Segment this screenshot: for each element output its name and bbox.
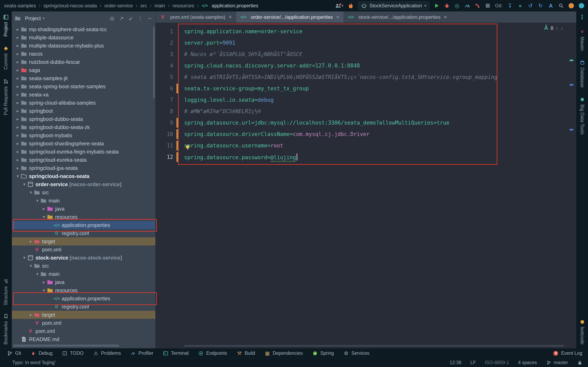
status-item-4-spaces[interactable]: 4 spaces: [518, 360, 537, 365]
tool-strip-item-commit[interactable]: Commit: [3, 46, 9, 69]
users-icon[interactable]: ▾: [335, 3, 343, 8]
tool-strip-item-maven[interactable]: VMaven: [579, 29, 585, 51]
chevron-down-icon[interactable]: ▾: [28, 263, 34, 268]
scrollbar-mark[interactable]: [570, 59, 573, 61]
code-area[interactable]: 1spring.application.name=order-service2s…: [156, 23, 576, 163]
tree-row[interactable]: ▸saga: [12, 66, 155, 74]
tool-window-button-todo[interactable]: ✓TODO: [62, 350, 84, 356]
chevron-right-icon[interactable]: ▸: [15, 76, 21, 81]
tree-row[interactable]: ▸springcloud-eureka-seata: [12, 156, 155, 164]
close-icon[interactable]: ×: [336, 14, 339, 20]
breadcrumb-item[interactable]: resources: [173, 3, 194, 8]
tree-row[interactable]: ▾src: [12, 188, 155, 197]
tool-window-button-spring[interactable]: Spring: [312, 350, 334, 356]
search-everywhere-icon[interactable]: [558, 3, 564, 8]
chevron-right-icon[interactable]: ▸: [41, 206, 47, 211]
tree-row[interactable]: ▸nacos: [12, 50, 155, 58]
tree-row[interactable]: ▾main: [12, 197, 155, 205]
tool-strip-item-structure[interactable]: Structure: [3, 278, 9, 305]
tool-strip-item-bookmarks[interactable]: Bookmarks: [3, 313, 9, 345]
hide-icon[interactable]: ─: [147, 16, 153, 21]
chevron-right-icon[interactable]: ▸: [15, 117, 21, 122]
status-item-master[interactable]: master: [546, 360, 568, 366]
code-line[interactable]: 9spring.datasource.url=jdbc:mysql://loca…: [156, 117, 576, 128]
tree-row[interactable]: ⚙registry.conf: [12, 229, 155, 237]
status-item-lf[interactable]: LF: [470, 360, 476, 365]
chevron-right-icon[interactable]: ▸: [15, 100, 21, 105]
stop-icon[interactable]: [485, 3, 491, 8]
tool-window-button-dependencies[interactable]: ▦Dependencies: [265, 350, 303, 356]
tree-row[interactable]: Vpom.xml: [12, 245, 155, 254]
tree-row[interactable]: </>application.properties: [12, 294, 155, 303]
tree-row[interactable]: ▾resources: [12, 286, 155, 294]
tree-row[interactable]: ▸target: [12, 311, 155, 319]
tree-row[interactable]: Vpom.xml: [12, 319, 155, 327]
vertical-scrollbar[interactable]: [153, 27, 155, 98]
code-line[interactable]: 12spring.datasource.password=@liujing: [156, 151, 576, 163]
chevron-right-icon[interactable]: ▸: [15, 59, 21, 64]
tree-row[interactable]: ▾springcloud-nacos-seata: [12, 172, 155, 180]
editor-tab[interactable]: </>order-service/.../application.propert…: [236, 11, 344, 23]
editor-tab[interactable]: Vpom.xml (seata-samples)×: [156, 11, 236, 23]
chevron-right-icon[interactable]: ▸: [15, 149, 21, 154]
breadcrumb-item[interactable]: main: [154, 3, 165, 8]
scrollbar-mark[interactable]: [570, 129, 573, 131]
tree-row[interactable]: ▾src: [12, 262, 155, 270]
intention-bulb-icon[interactable]: [185, 144, 191, 151]
tool-strip-item-leetcode[interactable]: leetcode: [579, 319, 585, 345]
status-item-lock-icon[interactable]: [577, 360, 583, 366]
chevron-right-icon[interactable]: ▸: [15, 157, 21, 162]
tool-window-button-git[interactable]: Git: [7, 350, 21, 356]
tool-window-button-services[interactable]: ⚙Services: [343, 350, 369, 356]
code-line[interactable]: 4spring.cloud.nacos.discovery.server-add…: [156, 60, 576, 71]
tree-row[interactable]: ▸springboot-dubbo-seata: [12, 115, 155, 123]
code-line[interactable]: 5# seata æSTRIåVTS¡åHTSSA»INDï¼PLUè¡HOPå…: [156, 71, 576, 83]
code-line[interactable]: 11spring.datasource.username=root: [156, 140, 576, 151]
tree-row[interactable]: </>application.properties: [12, 221, 155, 229]
tree-row[interactable]: ▾resources: [12, 213, 155, 221]
code-line[interactable]: 10spring.datasource.driverClassName=com.…: [156, 128, 576, 140]
update-project-icon[interactable]: ↧: [507, 3, 513, 8]
tree-row[interactable]: ▾main: [12, 270, 155, 278]
chevron-down-icon[interactable]: ▾: [34, 272, 40, 276]
coverage-icon[interactable]: ◎: [454, 3, 460, 8]
chevron-right-icon[interactable]: ▸: [15, 27, 21, 32]
tool-window-button-debug[interactable]: Debug: [30, 350, 52, 356]
run-configuration-selector[interactable]: StockServiceApplication▾: [358, 1, 429, 10]
tool-strip-item-database[interactable]: Database: [579, 60, 585, 87]
tool-strip-item-project[interactable]: Project: [3, 14, 9, 37]
tree-row[interactable]: ▸springboot-dubbo-seata-zk: [12, 123, 155, 131]
debug-bug-icon[interactable]: [444, 3, 450, 8]
tool-window-button-terminal[interactable]: Terminal: [163, 350, 189, 356]
tree-row[interactable]: ▸seata-samples-jit: [12, 74, 155, 82]
tree-row[interactable]: ▸multiple-datasource: [12, 33, 155, 42]
chevron-right-icon[interactable]: ▸: [15, 51, 21, 56]
hangup-phone-icon[interactable]: [475, 3, 480, 8]
tool-window-button-profiler[interactable]: Profiler: [130, 350, 153, 356]
expand-icon[interactable]: ↗: [119, 16, 124, 21]
tree-row[interactable]: ▸java: [12, 278, 155, 286]
tree-row[interactable]: ▸springboot: [12, 107, 155, 115]
breadcrumb-item[interactable]: seata-samples: [4, 3, 36, 8]
tree-row[interactable]: ▸springboot-mybatis: [12, 131, 155, 140]
chevron-right-icon[interactable]: ▸: [28, 239, 34, 244]
translate-icon[interactable]: A: [548, 3, 554, 8]
chevron-down-icon[interactable]: ▾: [21, 182, 27, 187]
breadcrumb-item[interactable]: springcloud-nacos-seata: [43, 3, 97, 8]
push-icon[interactable]: »: [517, 3, 523, 8]
undo-icon[interactable]: ↺: [527, 3, 533, 8]
status-item-iso-8859-1[interactable]: ISO-8859-1: [485, 360, 509, 365]
chevron-right-icon[interactable]: ▸: [15, 92, 21, 97]
chevron-right-icon[interactable]: ▸: [15, 43, 21, 48]
code-line[interactable]: 7logging.level.io.seata=debug: [156, 94, 576, 106]
tool-strip-item-big-data-tools[interactable]: Big Data Tools: [579, 97, 585, 134]
scrollbar-mark[interactable]: [570, 84, 573, 86]
code-line[interactable]: 2server.port=9091: [156, 37, 576, 49]
code-line[interactable]: 3# Nacos æ³¨åSSAPLUä¸SHYå¿NBHåST°åOSC€: [156, 49, 576, 60]
tool-window-button-build[interactable]: ⚒Build: [236, 350, 255, 356]
editor[interactable]: 1spring.application.name=order-service2s…: [156, 23, 576, 348]
chevron-right-icon[interactable]: ▸: [15, 35, 21, 40]
tree-row[interactable]: ▾order-service [nacos-order-service]: [12, 180, 155, 188]
tree-row[interactable]: ▸seata-xa: [12, 91, 155, 99]
chevron-down-icon[interactable]: ▾: [41, 215, 47, 219]
